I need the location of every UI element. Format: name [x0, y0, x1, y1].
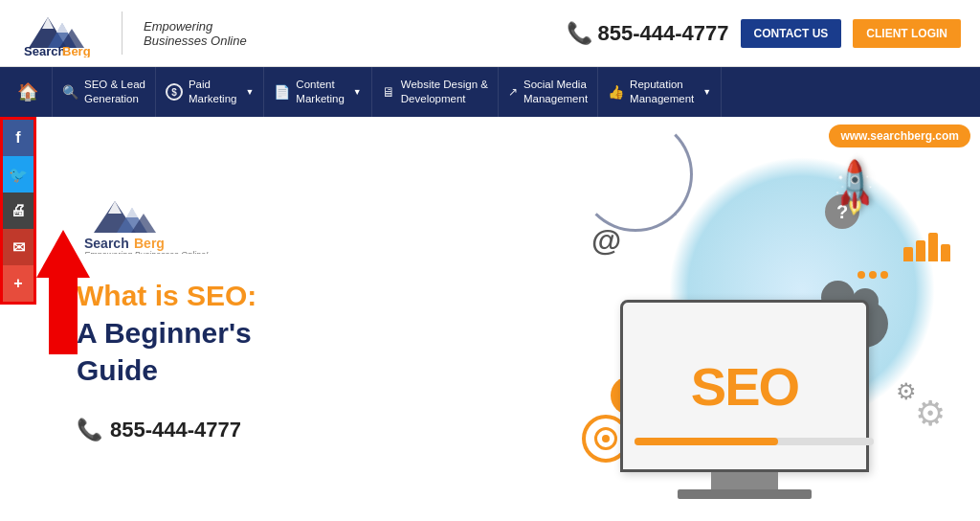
svg-marker-10 [108, 201, 122, 214]
more-share-button[interactable]: + [3, 265, 33, 302]
bar-1 [903, 247, 913, 261]
target-inner [594, 427, 617, 450]
nav-paid-marketing[interactable]: $ PaidMarketing ▼ [156, 67, 264, 117]
thumb-nav-icon: 👍 [608, 84, 624, 100]
bar-3 [928, 233, 938, 261]
search-nav-icon: 🔍 [62, 84, 78, 100]
social-sidebar: f 🐦 🖨 ✉ + [0, 117, 36, 305]
email-button[interactable]: ✉ [3, 229, 33, 265]
curved-decoration [578, 117, 693, 232]
nav-seo-label: SEO & LeadGeneration [84, 78, 145, 106]
dots-decoration [858, 271, 888, 279]
header-right: 📞 855-444-4777 CONTACT US CLIENT LOGIN [567, 19, 961, 48]
nav-web-design[interactable]: 🖥 Website Design &Development [372, 67, 499, 117]
logo-svg: Search Berg [19, 10, 100, 57]
hero-phone: 📞 855-444-4777 [77, 418, 509, 442]
svg-text:Berg: Berg [62, 44, 91, 57]
twitter-button[interactable]: 🐦 [3, 156, 33, 193]
nav-web-label: Website Design &Development [401, 78, 488, 106]
header-phone: 📞 855-444-4777 [567, 21, 729, 46]
dot-2 [869, 271, 877, 279]
hero-title-dark1: A Beginner's [77, 317, 252, 349]
svg-text:Berg: Berg [134, 236, 165, 251]
progress-bar-container [635, 438, 874, 445]
logo-container: Search Berg [19, 10, 100, 57]
paid-dropdown-arrow: ▼ [245, 87, 254, 97]
hero-title: What is SEO: A Beginner's Guide [77, 277, 509, 389]
nav-reputation-label: ReputationManagement [630, 78, 694, 106]
seo-monitor-text: SEO [691, 355, 798, 418]
hero-phone-number: 855-444-4777 [110, 418, 241, 442]
dot-3 [880, 271, 888, 279]
hero-phone-icon: 📞 [77, 418, 102, 442]
main-content: Search Berg Empowering Businesses Online… [0, 117, 980, 521]
nav-content-marketing[interactable]: 📄 ContentMarketing ▼ [264, 67, 371, 117]
hero-title-dark2: Guide [77, 354, 158, 386]
nav-content-label: ContentMarketing [296, 78, 345, 106]
monitor-nav-icon: 🖥 [382, 84, 395, 100]
site-header: Search Berg Empowering Businesses Online… [0, 0, 980, 67]
home-icon: 🏠 [17, 81, 38, 102]
arrow-shaft [49, 278, 78, 354]
svg-text:Empowering Businesses Online!: Empowering Businesses Online! [84, 250, 209, 254]
contact-us-button[interactable]: CONTACT US [741, 19, 842, 48]
logo-area: Search Berg Empowering Businesses Online [19, 10, 567, 57]
main-navbar: 🏠 🔍 SEO & LeadGeneration $ PaidMarketing… [0, 67, 980, 117]
nav-home[interactable]: 🏠 [4, 67, 53, 117]
content-logo-svg: Search Berg Empowering Businesses Online… [77, 196, 211, 254]
svg-text:Search: Search [24, 44, 65, 57]
tagline-line2: Businesses Online [144, 34, 247, 48]
bar-2 [916, 240, 925, 261]
dollar-nav-icon: $ [166, 83, 183, 101]
tagline-line1: Empowering [144, 19, 247, 34]
monitor-stand [711, 472, 778, 491]
reputation-dropdown-arrow: ▼ [702, 87, 711, 97]
svg-marker-3 [42, 17, 54, 29]
phone-number: 855-444-4777 [598, 21, 729, 46]
svg-text:Search: Search [84, 236, 129, 251]
client-login-button[interactable]: CLIENT LOGIN [853, 19, 961, 48]
arrow-up [36, 230, 90, 278]
seo-monitor: SEO [620, 300, 869, 472]
bar-4 [941, 244, 950, 261]
facebook-button[interactable]: f [3, 120, 33, 156]
logo-divider [122, 11, 122, 55]
nav-social-media[interactable]: ↗ Social MediaManagement [499, 67, 598, 117]
content-nav-icon: 📄 [274, 84, 290, 100]
nav-reputation[interactable]: 👍 ReputationManagement ▼ [598, 67, 722, 117]
print-button[interactable]: 🖨 [3, 193, 33, 229]
arrow-indicator [36, 230, 90, 354]
progress-bar-fill [635, 438, 778, 445]
chart-bars [903, 233, 950, 261]
nav-seo-lead[interactable]: 🔍 SEO & LeadGeneration [53, 67, 156, 117]
hero-title-orange: What is SEO: [77, 280, 256, 311]
nav-paid-label: PaidMarketing [189, 78, 237, 106]
content-dropdown-arrow: ▼ [353, 87, 362, 97]
url-badge: www.searchberg.com [829, 125, 970, 147]
nav-social-label: Social MediaManagement [523, 78, 588, 106]
monitor-base [678, 489, 812, 499]
gear-icon-large: ⚙ [915, 394, 946, 434]
svg-marker-11 [125, 208, 139, 217]
share-nav-icon: ↗ [508, 85, 518, 99]
svg-marker-4 [56, 23, 68, 33]
dot-1 [858, 271, 865, 279]
phone-icon: 📞 [567, 21, 592, 46]
target-center [602, 435, 610, 442]
content-logo: Search Berg Empowering Businesses Online… [77, 196, 509, 258]
tagline: Empowering Businesses Online [144, 19, 247, 48]
gear-icon-small: ⚙ [896, 378, 917, 405]
